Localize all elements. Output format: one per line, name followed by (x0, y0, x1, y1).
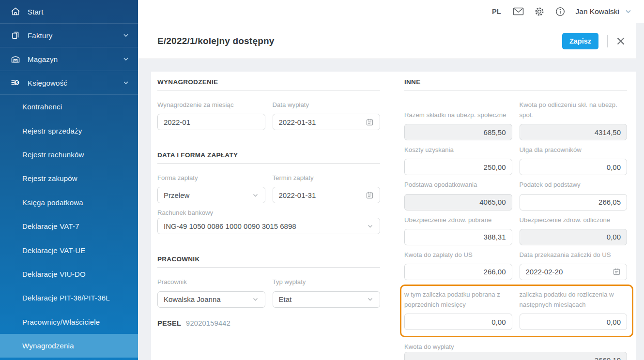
section-pracownik: PRACOWNIK Pracownik Kowalska Joanna T (157, 255, 380, 327)
app-window: Start Faktury Magazyn (0, 0, 644, 360)
amount-input-readonly: 4314,50 (520, 124, 628, 140)
field-label: Typ wypłaty (273, 277, 381, 287)
date-input[interactable]: 2022-01-31 (273, 114, 381, 130)
sidebar-item-rejestr-sprzedazy[interactable]: Rejestr sprzedaży (0, 119, 138, 142)
section-title: PRACOWNIK (157, 255, 380, 268)
sidebar-item-deklaracje-vatue[interactable]: Deklaracje VAT-UE (0, 238, 138, 262)
form-column-right: INNE Razem składki na ubezp. społeczne 6… (404, 78, 627, 360)
field-kwota-do-wyplaty: Kwota do wypłaty 3660,19 (404, 342, 627, 360)
sidebar-item-deklaracje-viudo[interactable]: Deklaracje VIU-DO (0, 262, 138, 286)
sidebar-item-rejestr-zakupow[interactable]: Rejestr zakupów (0, 166, 138, 190)
sidebar-subitem-label: Rejestr rachunków (22, 150, 84, 159)
amount-input-readonly: 685,50 (404, 124, 512, 140)
chevron-down-icon (123, 79, 129, 86)
info-icon[interactable] (555, 6, 566, 17)
chevron-down-icon[interactable] (624, 7, 632, 15)
main-area: PL Jan Kowalski E/2022/1/kolejny dostępn… (138, 0, 644, 360)
sidebar: Start Faktury Magazyn (0, 0, 138, 360)
field-data-przekazania-zaliczki: Data przekazania zaliczki do US 2022-02-… (520, 250, 628, 280)
amount-input-readonly: 4065,00 (404, 194, 512, 210)
month-input[interactable]: 2022-01 (157, 114, 265, 130)
sidebar-subitem-label: Deklaracje VIU-DO (22, 270, 86, 278)
field-label: Pracownik (157, 277, 265, 287)
home-icon (10, 6, 21, 17)
mail-icon[interactable] (513, 7, 524, 16)
amount-input[interactable]: 266,05 (520, 194, 628, 210)
sidebar-item-deklaracje-vat7[interactable]: Deklaracje VAT-7 (0, 214, 138, 238)
field-zaliczka-do-rozliczenia: zaliczka podatku do rozliczenia w następ… (520, 289, 628, 330)
invoices-icon (10, 30, 21, 41)
gear-icon[interactable] (534, 6, 545, 17)
chevron-down-icon (123, 32, 129, 39)
amount-input[interactable]: 250,00 (404, 159, 512, 175)
sidebar-item-rejestr-rachunkow[interactable]: Rejestr rachunków (0, 143, 138, 166)
accounting-icon: $ (10, 77, 21, 88)
amount-input[interactable]: 0,00 (520, 159, 628, 175)
field-label: Kwota do zapłaty do US (404, 250, 512, 260)
svg-text:$: $ (15, 80, 18, 85)
dialog-header: E/2022/1/kolejny dostępny Zapisz (138, 23, 636, 59)
calendar-icon[interactable] (613, 268, 621, 276)
payment-method-select[interactable]: Przelew (157, 187, 265, 203)
field-ubezpieczenie-pobrane: Ubezpieczenie zdrow. pobrane 388,31 (404, 215, 512, 245)
sidebar-subitem-label: Deklaracje VAT-UE (22, 246, 85, 255)
section-wynagrodzenie: WYNAGRODZENIE Wynagrodzenie za miesiąc 2… (157, 78, 380, 130)
field-label: Kwota po odliczeniu skł. na ubezp. społ. (520, 100, 628, 120)
bank-account-select[interactable]: ING-49 1050 0086 1000 0090 3015 6898 (157, 218, 380, 234)
section-inne: INNE Razem składki na ubezp. społeczne 6… (404, 78, 627, 360)
field-label: Kwota do wypłaty (404, 343, 454, 350)
field-podstawa-opodatkowania: Podstawa opodatkowania 4065,00 (404, 180, 512, 210)
chevron-down-icon (367, 223, 374, 230)
field-label: Data przekazania zaliczki do US (520, 250, 628, 260)
sidebar-item-deklaracje-pit36[interactable]: Deklaracje PIT-36/PIT-36L (0, 286, 138, 310)
topbar: PL Jan Kowalski (138, 0, 644, 23)
save-button[interactable]: Zapisz (562, 33, 598, 49)
section-data-i-forma-zaplaty: DATA I FORMA ZAPŁATY Forma zapłaty Przel… (157, 151, 380, 234)
field-pracownik: Pracownik Kowalska Joanna (157, 277, 265, 307)
field-podatek-od-podstawy: Podatek od podstawy 266,05 (520, 180, 628, 210)
highlighted-fields-box: w tym zaliczka podatku pobrana z poprzed… (400, 285, 633, 337)
sidebar-item-label: Start (28, 8, 129, 16)
sidebar-item-label: Magazyn (28, 55, 123, 63)
employee-select[interactable]: Kowalska Joanna (157, 291, 265, 308)
sidebar-item-kontrahenci[interactable]: Kontrahenci (0, 95, 138, 119)
calendar-icon[interactable] (366, 118, 374, 126)
amount-input[interactable]: 0,00 (520, 314, 628, 330)
sidebar-item-ksiegowosc[interactable]: $ Księgowość (0, 71, 138, 95)
field-label: Podstawa opodatkowania (404, 180, 512, 190)
sidebar-item-pracownicy-wlasciciele[interactable]: Pracownicy/Właściciele (0, 310, 138, 334)
pay-type-select[interactable]: Etat (273, 291, 381, 308)
sidebar-item-ksiega-podatkowa[interactable]: Księga podatkowa (0, 191, 138, 214)
field-wynagrodzenie-za-miesiac: Wynagrodzenie za miesiąc 2022-01 (157, 100, 265, 130)
chevron-down-icon (252, 192, 259, 199)
user-menu[interactable]: Jan Kowalski (576, 7, 619, 16)
sidebar-item-start[interactable]: Start (0, 0, 138, 24)
chevron-down-icon (123, 56, 129, 62)
field-label: Wynagrodzenie za miesiąc (157, 100, 265, 110)
field-label: Termin zapłaty (273, 173, 381, 183)
dialog-title: E/2022/1/kolejny dostępny (138, 36, 275, 46)
field-label: Ubezpieczenie zdrow. odliczone (520, 215, 628, 225)
calendar-icon[interactable] (366, 191, 374, 199)
sidebar-item-magazyn[interactable]: Magazyn (0, 47, 138, 71)
close-icon[interactable] (615, 36, 626, 46)
amount-input[interactable]: 0,00 (404, 314, 512, 330)
header-divider (607, 35, 608, 47)
field-data-wyplaty: Data wypłaty 2022-01-31 (273, 100, 381, 130)
field-koszty-uzyskania: Koszty uzyskania 250,00 (404, 145, 512, 175)
amount-input[interactable]: 388,31 (404, 229, 512, 245)
language-switch[interactable]: PL (492, 8, 501, 15)
form-column-left: WYNAGRODZENIE Wynagrodzenie za miesiąc 2… (157, 78, 380, 360)
field-label: Forma zapłaty (157, 173, 265, 183)
chevron-down-icon (252, 296, 259, 303)
sidebar-item-faktury[interactable]: Faktury (0, 24, 138, 47)
sidebar-subitem-label: Kontrahenci (22, 103, 62, 111)
sidebar-item-wynagrodzenia[interactable]: Wynagrodzenia (0, 334, 138, 358)
field-label: Razem składki na ubezp. społeczne (404, 110, 512, 120)
field-ulga-dla-pracownikow: Ulga dla pracowników 0,00 (520, 145, 628, 175)
date-input[interactable]: 2022-02-20 (520, 264, 628, 280)
amount-input[interactable]: 266,00 (404, 264, 512, 280)
date-input[interactable]: 2022-01-31 (273, 187, 381, 203)
field-label: Podatek od podstawy (520, 180, 628, 190)
field-rachunek-bankowy: Rachunek bankowy ING-49 1050 0086 1000 0… (157, 208, 380, 234)
